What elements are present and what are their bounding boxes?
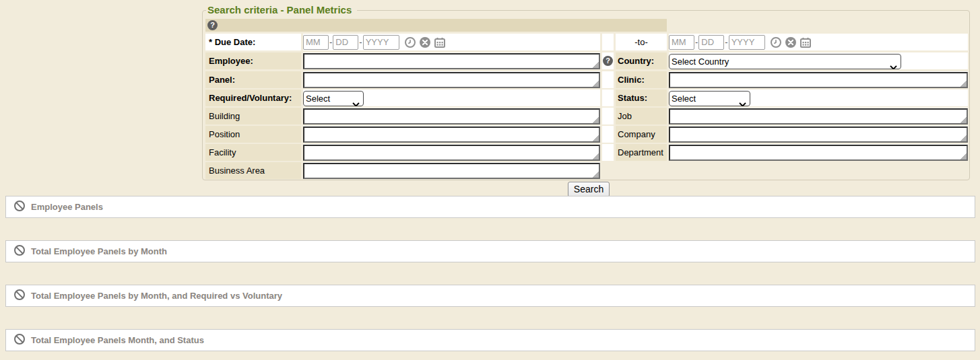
spacer-cell: [602, 34, 614, 50]
panel-cell: [303, 71, 600, 88]
spacer-cell: [602, 162, 614, 179]
employee-input[interactable]: [303, 53, 600, 69]
job-input[interactable]: [669, 108, 968, 124]
building-label: Building: [205, 108, 301, 124]
due-date-to-year-input[interactable]: [729, 35, 765, 50]
accordion-title: Total Employee Panels by Month: [31, 246, 167, 256]
date-separator: -: [359, 34, 362, 50]
due-date-from-year-input[interactable]: [363, 35, 399, 50]
panel-input[interactable]: [303, 72, 600, 88]
spacer-cell: [602, 89, 614, 106]
business-area-input[interactable]: [303, 163, 600, 179]
country-select[interactable]: Select Country: [669, 54, 901, 69]
required-voluntary-label: Required/Voluntary:: [205, 89, 301, 106]
facility-label: Facility: [205, 144, 301, 161]
due-date-from-cell: - -: [303, 34, 600, 50]
date-separator: -: [329, 34, 332, 50]
position-input[interactable]: [303, 127, 600, 143]
row-building-job: Building Job: [205, 108, 968, 124]
employee-label: Employee:: [205, 52, 301, 69]
status-label: Status:: [616, 89, 667, 106]
position-cell: [303, 126, 600, 143]
due-date-from-day-input[interactable]: [333, 35, 358, 50]
spacer-cell: [616, 162, 667, 179]
clinic-cell: [669, 71, 968, 88]
job-label: Job: [616, 108, 667, 124]
due-date-label: * Due Date:: [205, 34, 301, 50]
building-input[interactable]: [303, 108, 600, 124]
prohibited-icon: [13, 289, 26, 303]
status-cell: Select: [669, 89, 968, 106]
help-bar: ?: [205, 19, 667, 32]
clock-icon[interactable]: [770, 36, 782, 48]
building-cell: [303, 108, 600, 124]
department-cell: [669, 144, 968, 161]
business-area-cell: [303, 162, 600, 179]
spacer-cell: [602, 108, 614, 124]
department-label: Department: [616, 144, 667, 161]
due-date-to-cell: - -: [669, 34, 968, 50]
date-separator: -: [695, 34, 698, 50]
facility-cell: [303, 144, 600, 161]
row-panel-clinic: Panel: Clinic:: [205, 71, 968, 88]
row-required-status: Required/Voluntary: Select Status: Selec…: [205, 89, 968, 106]
accordion-title: Total Employee Panels by Month, and Requ…: [31, 291, 282, 301]
row-employee-country: Employee: ? Country: Select Country: [205, 52, 968, 69]
accordion-total-by-month[interactable]: Total Employee Panels by Month: [5, 240, 975, 262]
spacer-cell: [669, 162, 968, 179]
country-cell: Select Country: [669, 52, 968, 69]
clear-date-icon[interactable]: [785, 36, 797, 48]
panel-metrics-page: Search criteria - Panel Metrics ? * Due …: [0, 0, 980, 360]
due-date-to-day-input[interactable]: [698, 35, 724, 50]
date-separator: -: [725, 34, 727, 50]
position-label: Position: [205, 126, 301, 143]
company-label: Company: [616, 126, 667, 143]
spacer-cell: [602, 126, 614, 143]
company-input[interactable]: [669, 127, 968, 143]
facility-input[interactable]: [303, 145, 600, 161]
search-criteria-legend: Search criteria - Panel Metrics: [206, 4, 357, 16]
spacer-cell: [602, 71, 614, 88]
clinic-label: Clinic:: [616, 71, 667, 88]
row-business-area: Business Area: [205, 162, 968, 179]
due-date-to-group: - -: [669, 34, 812, 50]
to-label: -to-: [616, 34, 667, 50]
due-date-from-icons: [404, 36, 446, 48]
accordion-title: Employee Panels: [31, 202, 103, 212]
calendar-icon[interactable]: [434, 36, 446, 48]
required-voluntary-select[interactable]: Select: [303, 91, 364, 106]
status-select[interactable]: Select: [669, 91, 750, 106]
job-cell: [669, 108, 968, 124]
department-input[interactable]: [669, 145, 968, 161]
company-cell: [669, 126, 968, 143]
spacer-cell: [602, 144, 614, 161]
row-facility-department: Facility Department: [205, 144, 968, 161]
panel-label: Panel:: [205, 71, 301, 88]
calendar-icon[interactable]: [799, 36, 812, 48]
due-date-to-month-input[interactable]: [669, 35, 694, 50]
required-voluntary-cell: Select: [303, 89, 600, 106]
search-button[interactable]: Search: [568, 182, 610, 197]
row-due-date: * Due Date: - -: [205, 34, 968, 50]
accordion-employee-panels[interactable]: Employee Panels: [5, 196, 975, 218]
clock-icon[interactable]: [404, 36, 416, 48]
prohibited-icon: [13, 333, 26, 348]
employee-help-icon[interactable]: ?: [603, 56, 613, 66]
due-date-from-group: - -: [303, 34, 446, 50]
business-area-label: Business Area: [205, 162, 301, 179]
clear-date-icon[interactable]: [419, 36, 431, 48]
due-date-to-icons: [770, 36, 812, 48]
row-position-company: Position Company: [205, 126, 968, 143]
due-date-from-month-input[interactable]: [303, 35, 329, 50]
accordion-total-by-month-required-voluntary[interactable]: Total Employee Panels by Month, and Requ…: [5, 285, 975, 307]
clinic-input[interactable]: [669, 72, 968, 88]
employee-cell: [303, 52, 600, 69]
prohibited-icon: [13, 244, 26, 259]
accordion-total-month-status[interactable]: Total Employee Panels Month, and Status: [5, 329, 975, 351]
prohibited-icon: [13, 200, 26, 215]
country-label: Country:: [616, 52, 667, 69]
employee-help-cell: ?: [602, 52, 614, 69]
help-icon[interactable]: ?: [207, 20, 218, 30]
accordion-title: Total Employee Panels Month, and Status: [31, 335, 204, 345]
